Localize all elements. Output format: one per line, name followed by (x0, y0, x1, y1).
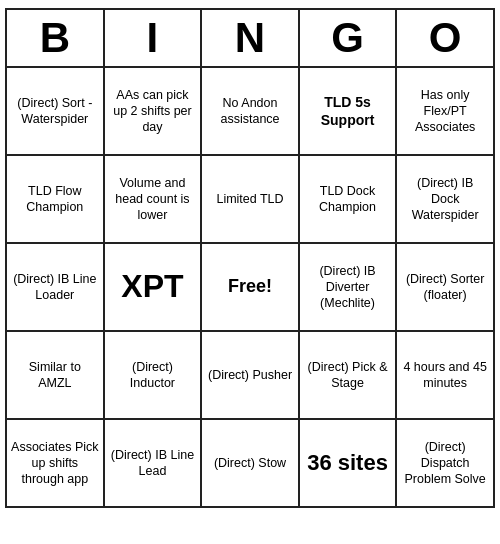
bingo-cell: Associates Pick up shifts through app (6, 419, 104, 507)
bingo-cell: (Direct) Sort - Waterspider (6, 67, 104, 155)
table-row: (Direct) Sort - WaterspiderAAs can pick … (6, 67, 494, 155)
bingo-cell: (Direct) IB Line Lead (104, 419, 202, 507)
bingo-cell: (Direct) Pick & Stage (299, 331, 397, 419)
bingo-cell: (Direct) IB Dock Waterspider (396, 155, 494, 243)
bingo-title (5, 0, 495, 8)
bingo-cell: Limited TLD (201, 155, 299, 243)
bingo-cell: (Direct) Dispatch Problem Solve (396, 419, 494, 507)
bingo-cell: Free! (201, 243, 299, 331)
bingo-cell: TLD Flow Champion (6, 155, 104, 243)
table-row: Similar to AMZL(Direct) Inductor(Direct)… (6, 331, 494, 419)
table-row: TLD Flow ChampionVolume and head count i… (6, 155, 494, 243)
bingo-cell: XPT (104, 243, 202, 331)
bingo-header-letter: G (299, 9, 397, 67)
bingo-cell: No Andon assistance (201, 67, 299, 155)
bingo-header-letter: I (104, 9, 202, 67)
table-row: (Direct) IB Line LoaderXPTFree!(Direct) … (6, 243, 494, 331)
bingo-cell: 4 hours and 45 minutes (396, 331, 494, 419)
bingo-cell: (Direct) Pusher (201, 331, 299, 419)
bingo-cell: Volume and head count is lower (104, 155, 202, 243)
bingo-cell: TLD Dock Champion (299, 155, 397, 243)
bingo-cell: TLD 5s Support (299, 67, 397, 155)
bingo-cell: Has only Flex/PT Associates (396, 67, 494, 155)
bingo-cell: (Direct) Sorter (floater) (396, 243, 494, 331)
bingo-header-letter: N (201, 9, 299, 67)
bingo-cell: Similar to AMZL (6, 331, 104, 419)
bingo-cell: AAs can pick up 2 shifts per day (104, 67, 202, 155)
bingo-cell: (Direct) IB Line Loader (6, 243, 104, 331)
bingo-cell: 36 sites (299, 419, 397, 507)
bingo-grid: BINGO (Direct) Sort - WaterspiderAAs can… (5, 8, 495, 508)
bingo-cell: (Direct) IB Diverter (Mechlite) (299, 243, 397, 331)
table-row: Associates Pick up shifts through app(Di… (6, 419, 494, 507)
bingo-header-letter: B (6, 9, 104, 67)
bingo-header-letter: O (396, 9, 494, 67)
bingo-cell: (Direct) Stow (201, 419, 299, 507)
bingo-cell: (Direct) Inductor (104, 331, 202, 419)
